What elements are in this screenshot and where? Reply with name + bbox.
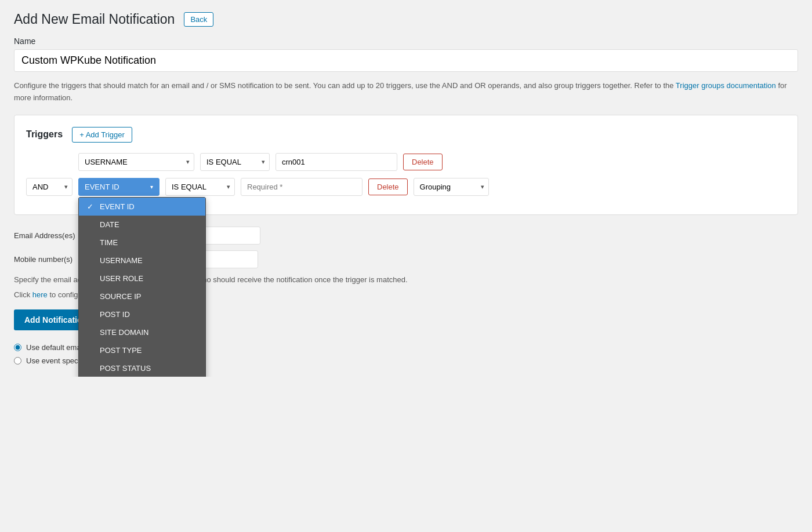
mobile-label: Mobile number(s) — [14, 255, 72, 264]
condition-select[interactable]: AND OR — [26, 178, 72, 196]
dropdown-item[interactable]: USERNAME — [79, 252, 205, 269]
dropdown-item[interactable]: TIME — [79, 234, 205, 252]
chevron-down-icon: ▾ — [150, 184, 153, 190]
operator-select-1[interactable]: IS EQUAL — [200, 153, 270, 171]
page-title: Add New Email Notification — [14, 12, 175, 27]
trigger-groups-doc-link[interactable]: Trigger groups documentation — [676, 81, 776, 90]
condition-select-wrapper[interactable]: AND OR — [26, 178, 72, 196]
delete-button-2[interactable]: Delete — [368, 178, 408, 195]
triggers-box: Triggers + Add Trigger USERNAME IS EQUAL… — [14, 115, 798, 215]
operator-select-2[interactable]: IS EQUAL — [165, 178, 235, 196]
name-label: Name — [14, 37, 798, 46]
trigger-row-1: USERNAME IS EQUAL Delete — [26, 153, 786, 171]
field-dropdown-container: EVENT ID ▾ ✓EVENT IDDATETIMEUSERNAMEUSER… — [78, 178, 160, 196]
dropdown-item[interactable]: SOURCE IP — [79, 287, 205, 305]
sms-config-link[interactable]: here — [32, 290, 48, 299]
field-select-1[interactable]: USERNAME — [78, 153, 194, 171]
check-icon: ✓ — [87, 202, 95, 211]
page-header: Add New Email Notification Back — [14, 12, 798, 27]
value-input-2[interactable] — [241, 178, 362, 196]
back-button[interactable]: Back — [184, 12, 213, 27]
dropdown-item[interactable]: POST ID — [79, 305, 205, 323]
operator-select-wrapper-2[interactable]: IS EQUAL — [165, 178, 235, 196]
grouping-select[interactable]: Grouping — [414, 178, 489, 196]
add-trigger-button[interactable]: + Add Trigger — [72, 127, 132, 143]
grouping-select-wrapper[interactable]: Grouping — [414, 178, 489, 196]
radio-input-1[interactable] — [14, 357, 21, 365]
field-name-box[interactable]: EVENT ID ▾ — [78, 178, 160, 196]
triggers-title: Triggers — [26, 129, 63, 140]
description-text: Configure the triggers that should match… — [14, 80, 798, 104]
dropdown-item[interactable]: DATE — [79, 216, 205, 234]
field-select-wrapper-1[interactable]: USERNAME — [78, 153, 194, 171]
operator-select-wrapper-1[interactable]: IS EQUAL — [200, 153, 270, 171]
delete-button-1[interactable]: Delete — [403, 154, 443, 170]
field-name-text: EVENT ID — [85, 183, 119, 191]
dropdown-item[interactable]: SITE DOMAIN — [79, 323, 205, 341]
email-label: Email Address(es) — [14, 231, 75, 240]
dropdown-item[interactable]: POST TYPE — [79, 341, 205, 359]
dropdown-item[interactable]: POST STATUS — [79, 359, 205, 377]
dropdown-item[interactable]: USER ROLE — [79, 269, 205, 287]
trigger-row-2: AND OR EVENT ID ▾ ✓EVENT IDDATETIMEUSERN… — [26, 178, 786, 196]
field-dropdown-menu: ✓EVENT IDDATETIMEUSERNAMEUSER ROLESOURCE… — [78, 197, 206, 377]
value-input-1[interactable] — [276, 153, 397, 171]
dropdown-item[interactable]: ✓EVENT ID — [79, 198, 205, 216]
radio-input-0[interactable] — [14, 344, 21, 351]
triggers-header: Triggers + Add Trigger — [26, 127, 786, 143]
name-input[interactable] — [14, 49, 798, 72]
